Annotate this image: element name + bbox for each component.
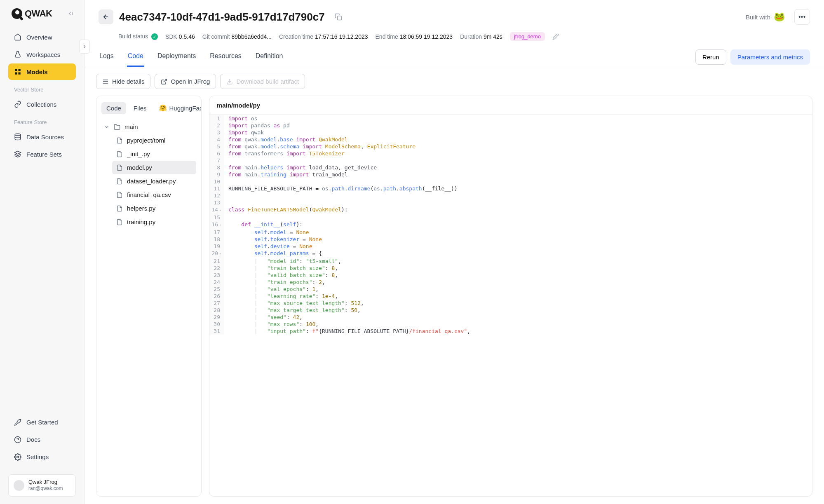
parameters-metrics-button[interactable]: Parameters and metrics [730, 49, 810, 65]
code-line: 16 def __init__(self): [209, 221, 812, 229]
tree-file-label: pyproject/toml [127, 137, 165, 144]
layers-icon [14, 150, 21, 158]
git-commit-value: 89bb6a6edd4... [232, 33, 272, 40]
sidebar-item-feature-sets[interactable]: Feature Sets [8, 146, 76, 162]
svg-rect-0 [15, 69, 17, 71]
code-line: 6from transformers import T5Tokenizer [209, 150, 812, 157]
user-card[interactable]: Qwak JFrog ran@qwak.com [8, 474, 76, 497]
code-line: 18 self.tokenizer = None [209, 236, 812, 243]
sidebar-item-data-sources[interactable]: Data Sources [8, 129, 76, 145]
file-icon [116, 137, 123, 144]
folder-icon [114, 124, 120, 130]
sidebar-item-models[interactable]: Models [8, 63, 76, 80]
sidebar-collapse-button[interactable] [66, 9, 76, 19]
creation-time-value: 17:57:16 19.12.2023 [315, 33, 368, 40]
sidebar-item-settings[interactable]: Settings [8, 449, 76, 465]
file-icon [116, 151, 123, 157]
tree-file[interactable]: helpers.py [112, 202, 196, 215]
back-button[interactable] [99, 9, 113, 24]
sidebar-item-collections[interactable]: Collections [8, 96, 76, 113]
link-icon [14, 101, 21, 108]
sidebar-section-vector: Vector Store [8, 81, 76, 96]
tree-file[interactable]: model.py [112, 161, 196, 174]
edit-tags-button[interactable] [552, 33, 559, 40]
code-line: 24 | "train_epochs": 2, [209, 279, 812, 286]
tab-deployments[interactable]: Deployments [157, 47, 197, 67]
sidebar-item-docs[interactable]: Docs [8, 431, 76, 448]
logo[interactable]: QWAK [12, 8, 52, 19]
tree-tab-huggingface[interactable]: 🤗 HuggingFace [154, 102, 202, 114]
sidebar-item-label: Data Sources [26, 134, 64, 141]
tree-folder-main[interactable]: main [101, 120, 196, 134]
code-line: 28 | "max_target_text_length": 50, [209, 307, 812, 314]
open-in-jfrog-button[interactable]: Open in JFrog [155, 74, 216, 89]
tag-pill[interactable]: jfrog_demo [510, 32, 545, 41]
code-line: 30 | "max_rows": 100, [209, 321, 812, 328]
download-artifact-label: Download build artifact [236, 78, 299, 85]
hide-details-label: Hide details [112, 78, 144, 85]
code-body[interactable]: 1import os2import pandas as pd3import qw… [209, 115, 812, 496]
flask-icon [14, 51, 21, 58]
code-line: 3import qwak [209, 129, 812, 136]
file-icon [116, 164, 123, 171]
code-line: 1import os [209, 115, 812, 122]
tree-file[interactable]: training.py [112, 215, 196, 229]
tree-file[interactable]: pyproject/toml [112, 134, 196, 147]
svg-marker-5 [15, 151, 21, 155]
tree-tab-files[interactable]: Files [129, 102, 152, 114]
sidebar-expand-handle[interactable] [79, 40, 90, 54]
code-file-path: main/model/py [209, 96, 812, 115]
code-line: 9from main.training import train_model [209, 171, 812, 178]
main: 4eac7347-10df-47d1-9ad5-917d17d790c7 Bui… [85, 0, 824, 504]
grid-icon [14, 68, 21, 75]
end-time-value: 18:06:59 19.12.2023 [400, 33, 453, 40]
svg-point-4 [15, 134, 21, 136]
tree-file-label: _init_.py [127, 150, 150, 157]
tree-file[interactable]: financial_qa.csv [112, 188, 196, 202]
code-line: 12 [209, 192, 812, 199]
user-email: ran@qwak.com [28, 485, 63, 492]
huggingface-icon: 🤗 [159, 104, 167, 112]
tree-file-label: training.py [127, 218, 155, 225]
svg-line-14 [164, 79, 167, 82]
sidebar: QWAK Overview Workspaces Models Vector S… [0, 0, 85, 504]
tab-definition[interactable]: Definition [255, 47, 284, 67]
code-line: 17 self.model = None [209, 229, 812, 236]
duration-label: Duration [460, 33, 482, 40]
code-line: 29 | "seed": 42, [209, 314, 812, 321]
file-icon [116, 205, 123, 212]
home-icon [14, 33, 21, 41]
open-in-jfrog-label: Open in JFrog [171, 78, 210, 85]
code-line: 31 | "input_path": f"{RUNNING_FILE_ABSOL… [209, 328, 812, 335]
sidebar-item-get-started[interactable]: Get Started [8, 414, 76, 431]
tab-logs[interactable]: Logs [99, 47, 115, 67]
sidebar-item-overview[interactable]: Overview [8, 29, 76, 45]
code-line: 14class FineTuneFLANT5Model(QwakModel): [209, 206, 812, 214]
tree-file[interactable]: _init_.py [112, 147, 196, 161]
more-button[interactable]: ••• [794, 9, 810, 25]
sdk-value: 0.5.46 [179, 33, 195, 40]
hide-details-button[interactable]: Hide details [96, 74, 150, 89]
tab-code[interactable]: Code [127, 47, 144, 67]
tree-file-label: helpers.py [127, 205, 155, 212]
avatar [14, 480, 24, 491]
duration-value: 9m 42s [484, 33, 502, 40]
tree-file[interactable]: dataset_loader.py [112, 174, 196, 188]
help-icon [14, 436, 21, 443]
download-artifact-button: Download build artifact [220, 74, 305, 89]
tree-file-label: model.py [127, 164, 152, 171]
rerun-button[interactable]: Rerun [695, 49, 726, 65]
sidebar-item-label: Overview [26, 34, 52, 41]
rocket-icon [14, 419, 21, 426]
file-icon [116, 178, 123, 185]
database-icon [14, 133, 21, 141]
sidebar-item-workspaces[interactable]: Workspaces [8, 46, 76, 63]
svg-rect-10 [337, 16, 341, 20]
copy-button[interactable] [333, 12, 344, 22]
tab-resources[interactable]: Resources [209, 47, 242, 67]
code-line: 15 [209, 214, 812, 221]
tree-tab-code[interactable]: Code [101, 102, 126, 114]
sidebar-item-label: Get Started [26, 419, 58, 426]
sidebar-item-label: Collections [26, 101, 56, 108]
tree-tab-hf-label: HuggingFace [169, 105, 202, 112]
